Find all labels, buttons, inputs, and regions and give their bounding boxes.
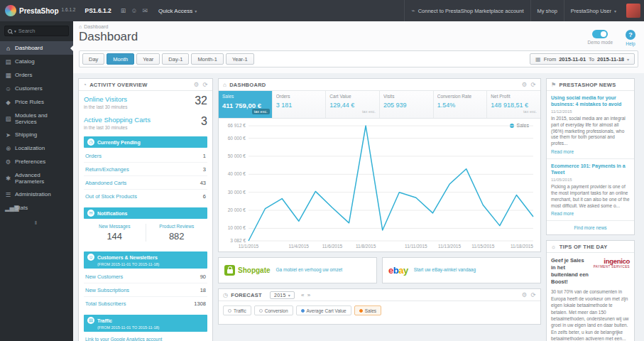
clock-icon: ◷ [87,139,94,146]
ebay-link[interactable]: Start uw eBay-winkel vandaag [414,267,476,273]
news-item-title-link[interactable]: Using social media for your business: 4 … [551,94,630,107]
sidebar-item-advanced-parameters[interactable]: ✱ Advanced Parameters [0,168,73,188]
kpi-net-profit[interactable]: Net Profit 148 918,51 € tax exc. [487,91,540,118]
online-visitors-stat: Online Visitors in the last 30 minutes 3… [84,95,207,109]
active-carts-link[interactable]: Active Shopping Carts [84,116,151,124]
product-reviews-cell[interactable]: Product Reviews 882 [146,224,208,242]
find-more-news-link[interactable]: Find more news [547,221,634,234]
refresh-icon[interactable]: ⟳ [203,81,208,88]
ingenico-logo[interactable]: ingenico PAYMENT SERVICES [594,257,630,269]
new-subscriptions-link[interactable]: New Subscriptions [85,287,129,293]
traffic-date-range: (FROM 2015-11-01 TO 2015-11-18) [97,325,204,330]
list-item: Total Subscribers 1308 [84,297,207,310]
tips-body: Geef je Sales in het buitenland een Boos… [547,253,634,341]
new-messages-cell[interactable]: New Messages 144 [84,224,146,242]
gear-icon[interactable]: ⚙ [194,81,200,88]
previous-arrow-icon[interactable]: « [301,292,305,298]
search-scope-caret-icon[interactable]: ▾ [14,29,16,33]
chevron-down-icon: ▾ [288,293,290,298]
refresh-icon[interactable]: ⟳ [531,81,536,88]
range-button-month[interactable]: Month [107,53,134,65]
toggle-on-icon[interactable] [592,30,608,38]
prestashop-logo[interactable]: PrestaShop 1.6.1.2 [5,5,75,16]
read-more-link[interactable]: Read more [551,211,574,216]
sidebar-item-stats[interactable]: ▂▅▇ Stats [0,201,73,215]
new-subscriptions-value: 18 [200,287,206,293]
range-button-day[interactable]: Day [82,53,104,65]
sidebar-item-modules[interactable]: ▧ Modules and Services [0,109,73,128]
my-shop-link[interactable]: My shop [530,0,564,21]
user-menu[interactable]: PrestaShop User ▾ [564,0,623,21]
user-avatar[interactable] [626,4,640,18]
date-range-picker[interactable]: ▦ From 2015-11-01 To 2015-11-18 ▾ [530,53,635,65]
sidebar-item-orders[interactable]: ▦ Orders [0,68,73,82]
pending-orders-link[interactable]: Orders [85,153,102,159]
sidebar-item-label: Price Rules [15,99,44,105]
read-more-link[interactable]: Read more [551,149,574,154]
svg-text:11/15/2015: 11/15/2015 [471,244,494,249]
total-subscribers-link[interactable]: Total Subscribers [85,301,126,307]
kpi-cart-value[interactable]: Cart Value 129,44 € tax exc. [326,91,380,118]
tips-panel-header: ☼ TIPS OF THE DAY [547,241,634,253]
shop-name-link[interactable]: PS1.6.1.2 [84,7,111,14]
sidebar-item-administration[interactable]: ☰ Administration [0,188,73,201]
forecast-toggle-conversion[interactable]: Conversion [254,305,293,315]
svg-text:11/6/2015: 11/6/2015 [322,244,343,249]
new-customers-link[interactable]: New Customers [85,274,123,280]
range-button-month-1[interactable]: Month-1 [191,53,224,65]
google-analytics-link[interactable]: Link to your Google Analytics account [84,333,207,341]
notification-cells: New Messages 144 Product Reviews 882 [84,220,207,247]
forecast-toggle-traffic[interactable]: Traffic [223,305,251,315]
kpi-sales[interactable]: Sales 411 759,00 € tax exc. [219,91,273,118]
ebay-logo: ebay [388,265,408,276]
sidebar-item-label: Stats [15,205,28,211]
marketplace-link[interactable]: ⌁ Connect to PrestaShop Marketplace acco… [404,0,530,21]
search-input[interactable] [18,28,65,34]
shopgate-link[interactable]: Ga mobiel en verhoog uw omzet [276,267,343,273]
sidebar-collapse-button[interactable]: ‖ [0,215,73,231]
sidebar-item-preferences[interactable]: ⚙ Preferences [0,155,73,168]
out-of-stock-link[interactable]: Out of Stock Products [85,193,137,200]
news-item-date: 11/12/2015 [551,109,630,114]
abandoned-carts-link[interactable]: Abandoned Carts [85,180,126,186]
gear-icon[interactable]: ⚙ [522,291,528,298]
tax-note: tax exc. [329,109,376,114]
forecast-toggle-average-cart-value[interactable]: Average Cart Value [296,305,351,315]
sidebar-item-customers[interactable]: ☺ Customers [0,82,73,95]
messages-notification-icon[interactable]: ✉ [143,7,148,14]
kpi-orders[interactable]: Orders 3 181 [273,91,327,118]
clock-icon: ◷ [223,292,228,298]
forecast-year-select[interactable]: 2015 ▾ [270,291,295,299]
sidebar-item-price-rules[interactable]: ◆ Price Rules [0,95,73,109]
returns-link[interactable]: Return/Exchanges [85,166,129,173]
news-item-title-link[interactable]: Ecommerce 101: Payments in a Tweet [551,163,630,175]
range-button-year-1[interactable]: Year-1 [226,53,254,65]
customers-notification-icon[interactable]: ☺ [131,7,137,14]
orders-notification-icon[interactable]: ⊞ [121,7,126,14]
sidebar-search[interactable]: ▾ [4,26,69,36]
kpi-label: Orders [276,94,322,99]
demo-mode-toggle[interactable]: Demo mode [588,30,613,46]
sidebar-item-shipping[interactable]: ➤ Shipping [0,128,73,141]
customers-icon: ☺ [5,85,11,92]
forecast-toggle-sales[interactable]: Sales [354,305,381,315]
kpi-conversion-rate[interactable]: Conversion Rate 1.54% [434,91,488,118]
sidebar-item-label: Advanced Parameters [15,172,68,185]
sidebar-item-dashboard[interactable]: ⌂ Dashboard [0,41,73,55]
sidebar-item-catalog[interactable]: ▤ Catalog [0,55,73,68]
sidebar-item-localization[interactable]: ⊕ Localization [0,141,73,155]
refresh-icon[interactable]: ⟳ [531,291,536,298]
calendar-icon: ▦ [535,56,541,63]
online-visitors-link[interactable]: Online Visitors [84,95,127,103]
notifications-header: ✉ Notifications [84,207,207,219]
quick-access-button[interactable]: Quick Access ▾ [158,8,197,14]
help-button[interactable]: ? Help [626,30,635,46]
kpi-visits[interactable]: Visits 205 939 [380,91,434,118]
range-button-year[interactable]: Year [136,53,160,65]
news-item-excerpt: Picking a payment provider is one of the… [551,184,630,209]
next-arrow-icon[interactable]: » [307,292,311,298]
chevron-down-icon: ▾ [627,57,629,62]
dashboard-panel-header: ⌂ DASHBOARD ⚙ ⟳ [219,79,540,91]
range-button-day-1[interactable]: Day-1 [162,53,189,65]
gear-icon[interactable]: ⚙ [522,81,528,88]
